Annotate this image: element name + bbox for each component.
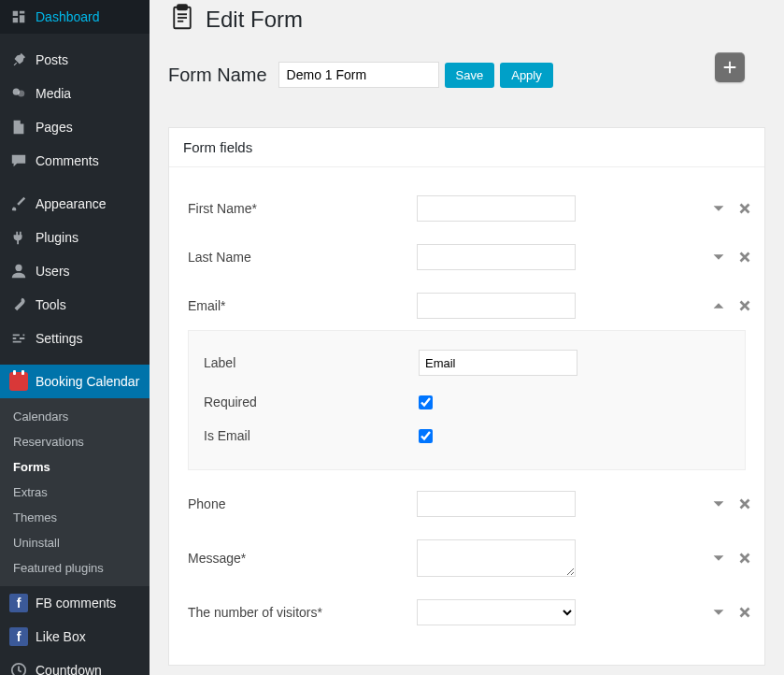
- delete-button[interactable]: [734, 494, 755, 514]
- field-row-phone: Phone: [178, 480, 755, 528]
- expand-button[interactable]: [708, 494, 729, 514]
- field-input-email[interactable]: [417, 293, 576, 319]
- nav-label: Appearance: [36, 196, 107, 211]
- expand-button[interactable]: [708, 548, 729, 568]
- clock-icon: [9, 661, 28, 675]
- nav-label: Like Box: [36, 629, 86, 644]
- expand-button[interactable]: [708, 602, 729, 623]
- pin-icon: [9, 50, 28, 69]
- nav-plugins[interactable]: Plugins: [0, 221, 150, 254]
- nav-label: Booking Calendar: [36, 374, 139, 389]
- page-header: Edit Form: [168, 4, 765, 36]
- dashboard-icon: [9, 7, 28, 26]
- brush-icon: [9, 194, 28, 213]
- submenu-uninstall[interactable]: Uninstall: [0, 530, 150, 555]
- field-row-email: Email*: [178, 281, 755, 330]
- required-checkbox[interactable]: [419, 395, 433, 409]
- nav-label: FB comments: [36, 596, 116, 610]
- clipboard-icon: [168, 4, 196, 36]
- field-label: Phone: [188, 496, 417, 511]
- submenu-forms[interactable]: Forms: [0, 454, 150, 480]
- nav-dashboard[interactable]: Dashboard: [0, 0, 150, 34]
- nav-label: Dashboard: [36, 9, 100, 24]
- admin-sidebar: Dashboard Posts Media Pages Comments App…: [0, 0, 150, 675]
- expand-button[interactable]: [708, 198, 729, 219]
- setting-label: Required: [204, 395, 419, 409]
- nav-users[interactable]: Users: [0, 254, 150, 288]
- wrench-icon: [9, 295, 28, 314]
- field-select-visitors[interactable]: [417, 599, 576, 625]
- page-title: Edit Form: [206, 7, 303, 33]
- submenu-calendars[interactable]: Calendars: [0, 404, 150, 429]
- setting-label: Label: [204, 355, 419, 370]
- nav-label: Comments: [36, 153, 99, 168]
- booking-submenu: Calendars Reservations Forms Extras Them…: [0, 398, 150, 586]
- nav-label: Posts: [36, 52, 68, 67]
- user-icon: [9, 262, 28, 280]
- panel-header: Form fields: [169, 128, 764, 167]
- expand-button[interactable]: [708, 247, 729, 267]
- setting-label-input[interactable]: [419, 350, 577, 376]
- nav-appearance[interactable]: Appearance: [0, 187, 150, 221]
- nav-label: Countdown: [36, 663, 102, 675]
- form-fields-panel: Form fields First Name* Last Name E: [168, 127, 765, 666]
- nav-label: Tools: [36, 297, 66, 312]
- nav-pages[interactable]: Pages: [0, 110, 150, 144]
- panel-body: First Name* Last Name Email*: [169, 167, 764, 665]
- nav-label: Pages: [36, 120, 73, 135]
- page-icon: [9, 118, 28, 136]
- submenu-reservations[interactable]: Reservations: [0, 429, 150, 454]
- setting-required-row: Required: [196, 385, 737, 419]
- nav-label: Media: [36, 86, 71, 101]
- delete-button[interactable]: [734, 247, 755, 267]
- field-input-phone[interactable]: [417, 491, 576, 517]
- nav-label: Settings: [36, 331, 83, 346]
- nav-booking-calendar[interactable]: Booking Calendar: [0, 365, 150, 398]
- delete-button[interactable]: [734, 602, 755, 623]
- facebook-icon: f: [9, 627, 28, 646]
- form-name-label: Form Name: [168, 65, 267, 86]
- delete-button[interactable]: [734, 198, 755, 219]
- collapse-button[interactable]: [708, 295, 729, 316]
- submenu-featured-plugins[interactable]: Featured plugins: [0, 555, 150, 581]
- add-field-button[interactable]: [715, 52, 745, 82]
- field-row-visitors: The number of visitors*: [178, 588, 755, 637]
- nav-settings[interactable]: Settings: [0, 322, 150, 355]
- nav-posts[interactable]: Posts: [0, 43, 150, 77]
- delete-button[interactable]: [734, 295, 755, 316]
- media-icon: [9, 84, 28, 103]
- nav-fb-comments[interactable]: f FB comments: [0, 586, 150, 620]
- field-label: First Name*: [188, 201, 417, 216]
- apply-button[interactable]: Apply: [500, 63, 553, 88]
- field-label: Message*: [188, 551, 417, 566]
- field-row-message: Message*: [178, 528, 755, 588]
- plus-icon: [721, 59, 738, 76]
- field-textarea-message[interactable]: [417, 539, 576, 577]
- field-row-first-name: First Name*: [178, 184, 755, 233]
- field-input-last-name[interactable]: [417, 244, 576, 270]
- field-input-first-name[interactable]: [417, 195, 576, 222]
- sliders-icon: [9, 329, 28, 348]
- svg-rect-4: [178, 5, 187, 9]
- nav-media[interactable]: Media: [0, 77, 150, 110]
- field-label: Email*: [188, 298, 417, 313]
- save-button[interactable]: Save: [445, 63, 495, 88]
- form-name-input[interactable]: [278, 62, 439, 88]
- delete-button[interactable]: [734, 548, 755, 568]
- nav-comments[interactable]: Comments: [0, 144, 150, 178]
- form-name-row: Form Name Save Apply: [168, 62, 765, 88]
- comment-icon: [9, 151, 28, 170]
- svg-point-1: [15, 265, 21, 271]
- setting-label: Is Email: [204, 428, 419, 443]
- nav-countdown[interactable]: Countdown: [0, 653, 150, 675]
- plug-icon: [9, 228, 28, 247]
- is-email-checkbox[interactable]: [419, 429, 433, 443]
- nav-tools[interactable]: Tools: [0, 288, 150, 322]
- nav-like-box[interactable]: f Like Box: [0, 620, 150, 653]
- calendar-icon: [9, 372, 28, 391]
- field-row-last-name: Last Name: [178, 233, 755, 281]
- submenu-extras[interactable]: Extras: [0, 480, 150, 505]
- submenu-themes[interactable]: Themes: [0, 505, 150, 530]
- nav-label: Plugins: [36, 230, 78, 245]
- facebook-icon: f: [9, 594, 28, 612]
